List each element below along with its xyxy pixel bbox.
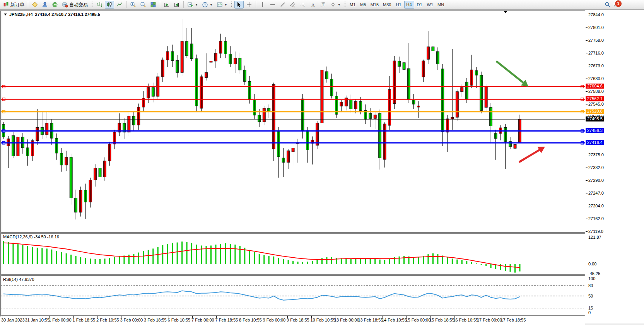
time-label: 13 Feb 18:55 [358, 318, 383, 322]
price-tick: 27204.0 [588, 204, 604, 208]
chart-canvas[interactable] [0, 0, 644, 325]
macd-hist-bar [505, 264, 506, 271]
macd-hist-bar [418, 257, 419, 264]
macd-hist-bar [292, 261, 294, 264]
macd-hist-bar [331, 257, 332, 264]
macd-hist-bar [41, 248, 43, 264]
periods-button[interactable]: ▼ [200, 1, 214, 9]
macd-hist-bar [249, 250, 250, 264]
timeframe-button-H1[interactable]: H1 [394, 1, 404, 9]
vertical-line-tool-button[interactable] [258, 1, 267, 9]
macd-hist-bar [37, 248, 38, 264]
time-label: 17 Feb 18:55 [501, 318, 526, 322]
new-order-label: 新订单 [10, 2, 24, 8]
timeframe-button-H4[interactable]: H4 [404, 1, 414, 9]
price-line-label: 27562.1 [586, 96, 604, 101]
search-icon[interactable] [605, 2, 611, 8]
autotrade-button[interactable]: 自动交易 [60, 1, 89, 9]
zoom-in-button[interactable] [128, 1, 138, 9]
arrows-tool-button[interactable]: ▼ [328, 1, 342, 9]
macd-hist-bar [119, 257, 120, 264]
bar-chart-button[interactable] [95, 1, 104, 9]
macd-hist-bar [321, 258, 323, 264]
rsi-panel-label: RSI(14) 47.9370 [3, 277, 34, 282]
price-axis[interactable]: 27844.027801.027758.027716.027673.027630… [585, 10, 644, 316]
macd-hist-bar [278, 258, 279, 264]
macd-hist-bar [138, 253, 139, 264]
timeframe-button-MN[interactable]: MN [436, 1, 446, 9]
metaeditor-button[interactable] [30, 1, 39, 9]
timeframe-button-M30[interactable]: M30 [381, 1, 393, 9]
macd-hist-bar [365, 258, 366, 264]
macd-hist-bar [99, 259, 101, 264]
timeframe-button-W1[interactable]: W1 [425, 1, 436, 9]
time-tick [97, 316, 97, 318]
person-icon [42, 2, 48, 8]
chart-title: JPN225-,H4 27416.4 27510.7 27416.1 27495… [4, 12, 100, 17]
indicators-plus-icon [187, 2, 193, 8]
fibonacci-tool-button[interactable]: F [298, 1, 307, 9]
time-axis[interactable]: 30 Jan 202331 Jan 10:551 Feb 00:001 Feb … [0, 316, 585, 325]
svg-text:F: F [304, 5, 305, 8]
macd-hist-bar [46, 248, 48, 264]
label-tool-button[interactable]: T [318, 1, 328, 9]
template-icon [217, 2, 223, 8]
candlestick-chart-button[interactable] [105, 1, 114, 9]
macd-hist-bar [191, 243, 192, 264]
time-label: 30 Jan 2023 [1, 318, 25, 322]
indicators-button[interactable]: ▼ [186, 1, 200, 9]
templates-button[interactable]: ▼ [215, 1, 229, 9]
community-button[interactable] [40, 1, 50, 9]
line-chart-button[interactable] [115, 1, 124, 9]
time-tick [264, 316, 264, 318]
channel-tool-button[interactable]: E [288, 1, 297, 9]
timeframe-button-M5[interactable]: M5 [358, 1, 368, 9]
cursor-icon [236, 2, 242, 8]
toolbar-drag-handle[interactable] [231, 1, 232, 8]
new-order-icon [3, 2, 9, 8]
zoom-out-icon [140, 2, 146, 8]
macd-hist-bar [263, 255, 265, 264]
time-label: 7 Feb 00:00 [191, 318, 214, 322]
zoom-out-button[interactable] [138, 1, 148, 9]
timeframe-button-M15[interactable]: M15 [369, 1, 381, 9]
time-label: 10 Feb 10:55 [311, 318, 336, 322]
rsi-panel-frame [1, 275, 585, 316]
cursor-button[interactable] [234, 1, 244, 9]
timeframe-button-D1[interactable]: D1 [415, 1, 425, 9]
trendline-icon [280, 2, 286, 8]
time-tick [216, 316, 217, 318]
horizontal-line-tool-button[interactable] [268, 1, 277, 9]
dropdown-caret: ▼ [338, 3, 341, 7]
crosshair-button[interactable] [244, 1, 254, 9]
macd-hist-bar [288, 260, 289, 264]
chart-shift-button[interactable] [172, 1, 181, 9]
macd-hist-bar [201, 246, 202, 264]
macd-hist-bar [51, 250, 52, 264]
macd-hist-bar [350, 258, 352, 264]
time-tick [335, 316, 335, 318]
timeframe-button-M1[interactable]: M1 [348, 1, 358, 9]
macd-hist-bar [461, 260, 463, 264]
macd-axis-zero: 0.00 [588, 262, 596, 266]
price-tick: 27375.0 [588, 152, 604, 157]
macd-hist-bar [152, 248, 154, 264]
notification-badge[interactable]: 1 [615, 0, 622, 7]
time-label: 9 Feb 18:55 [287, 318, 309, 322]
separator [28, 1, 28, 8]
trendline-tool-button[interactable] [278, 1, 287, 9]
rsi-axis-100: 100 [588, 276, 595, 281]
text-tool-button[interactable]: A [308, 1, 318, 9]
rsi-axis-15: 15 [588, 306, 593, 310]
symbol-dropdown-icon[interactable] [4, 14, 7, 15]
macd-hist-bar [109, 258, 110, 264]
chart-corner-dropdown-icon[interactable] [504, 11, 507, 13]
time-tick [26, 316, 26, 318]
macd-hist-bar [215, 245, 216, 264]
signals-button[interactable] [50, 1, 60, 9]
tile-windows-button[interactable] [149, 1, 158, 9]
toolbar-drag-handle[interactable] [91, 1, 93, 8]
auto-scroll-button[interactable] [162, 1, 171, 9]
toolbar-drag-handle[interactable] [344, 1, 346, 8]
new-order-button[interactable]: 新订单 [2, 1, 26, 9]
